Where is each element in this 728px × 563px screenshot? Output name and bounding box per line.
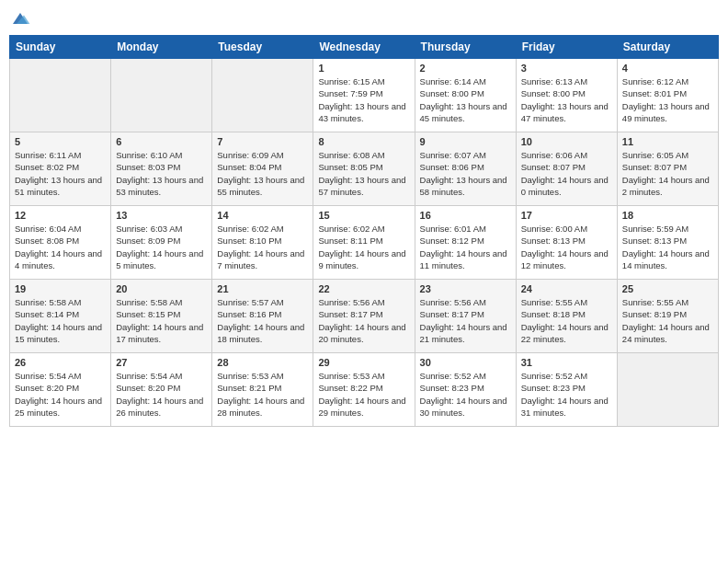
calendar-cell	[10, 59, 111, 132]
day-number: 1	[318, 63, 409, 74]
day-number: 25	[622, 283, 713, 294]
weekday-header-wednesday: Wednesday	[313, 36, 415, 59]
cell-info: Sunrise: 6:09 AM Sunset: 8:04 PM Dayligh…	[217, 149, 308, 198]
day-number: 14	[217, 210, 308, 221]
day-number: 17	[521, 210, 612, 221]
day-number: 24	[521, 283, 612, 294]
calendar-cell: 14Sunrise: 6:02 AM Sunset: 8:10 PM Dayli…	[212, 206, 313, 280]
day-number: 19	[15, 283, 106, 294]
day-number: 21	[217, 283, 308, 294]
calendar-cell: 8Sunrise: 6:08 AM Sunset: 8:05 PM Daylig…	[313, 132, 415, 206]
calendar-cell: 18Sunrise: 5:59 AM Sunset: 8:13 PM Dayli…	[617, 206, 718, 280]
cell-info: Sunrise: 5:58 AM Sunset: 8:14 PM Dayligh…	[15, 296, 106, 345]
calendar-cell: 29Sunrise: 5:53 AM Sunset: 8:22 PM Dayli…	[313, 353, 415, 427]
day-number: 11	[622, 136, 713, 147]
calendar-cell	[617, 353, 718, 427]
day-number: 13	[116, 210, 207, 221]
cell-info: Sunrise: 5:54 AM Sunset: 8:20 PM Dayligh…	[116, 370, 207, 419]
cell-info: Sunrise: 5:52 AM Sunset: 8:23 PM Dayligh…	[420, 370, 511, 419]
day-number: 29	[318, 357, 409, 368]
calendar-cell: 1Sunrise: 6:15 AM Sunset: 7:59 PM Daylig…	[313, 59, 415, 132]
cell-info: Sunrise: 6:07 AM Sunset: 8:06 PM Dayligh…	[420, 149, 511, 198]
calendar-cell: 20Sunrise: 5:58 AM Sunset: 8:15 PM Dayli…	[111, 280, 212, 353]
calendar-cell: 6Sunrise: 6:10 AM Sunset: 8:03 PM Daylig…	[111, 132, 212, 206]
cell-info: Sunrise: 6:12 AM Sunset: 8:01 PM Dayligh…	[622, 75, 713, 124]
cell-info: Sunrise: 6:14 AM Sunset: 8:00 PM Dayligh…	[420, 75, 511, 124]
weekday-header-tuesday: Tuesday	[212, 36, 313, 59]
calendar-cell: 2Sunrise: 6:14 AM Sunset: 8:00 PM Daylig…	[415, 59, 516, 132]
calendar-week-row: 5Sunrise: 6:11 AM Sunset: 8:02 PM Daylig…	[10, 132, 719, 206]
calendar-cell: 15Sunrise: 6:02 AM Sunset: 8:11 PM Dayli…	[313, 206, 415, 280]
cell-info: Sunrise: 5:54 AM Sunset: 8:20 PM Dayligh…	[15, 370, 106, 419]
weekday-header-thursday: Thursday	[415, 36, 516, 59]
day-number: 6	[116, 136, 207, 147]
weekday-header-saturday: Saturday	[617, 36, 718, 59]
cell-info: Sunrise: 6:03 AM Sunset: 8:09 PM Dayligh…	[116, 223, 207, 271]
cell-info: Sunrise: 5:56 AM Sunset: 8:17 PM Dayligh…	[318, 296, 409, 345]
cell-info: Sunrise: 6:02 AM Sunset: 8:10 PM Dayligh…	[217, 223, 308, 271]
calendar-cell: 21Sunrise: 5:57 AM Sunset: 8:16 PM Dayli…	[212, 280, 313, 353]
cell-info: Sunrise: 6:04 AM Sunset: 8:08 PM Dayligh…	[15, 223, 106, 271]
day-number: 16	[420, 210, 511, 221]
cell-info: Sunrise: 6:05 AM Sunset: 8:07 PM Dayligh…	[622, 149, 713, 198]
cell-info: Sunrise: 6:06 AM Sunset: 8:07 PM Dayligh…	[521, 149, 612, 198]
calendar-week-row: 26Sunrise: 5:54 AM Sunset: 8:20 PM Dayli…	[10, 353, 719, 427]
calendar-cell: 12Sunrise: 6:04 AM Sunset: 8:08 PM Dayli…	[10, 206, 111, 280]
calendar-cell: 9Sunrise: 6:07 AM Sunset: 8:06 PM Daylig…	[415, 132, 516, 206]
day-number: 18	[622, 210, 713, 221]
calendar-week-row: 19Sunrise: 5:58 AM Sunset: 8:14 PM Dayli…	[10, 280, 719, 353]
day-number: 30	[420, 357, 511, 368]
day-number: 15	[318, 210, 409, 221]
calendar-cell: 7Sunrise: 6:09 AM Sunset: 8:04 PM Daylig…	[212, 132, 313, 206]
calendar-cell: 27Sunrise: 5:54 AM Sunset: 8:20 PM Dayli…	[111, 353, 212, 427]
day-number: 7	[217, 136, 308, 147]
cell-info: Sunrise: 5:55 AM Sunset: 8:19 PM Dayligh…	[622, 296, 713, 345]
cell-info: Sunrise: 6:01 AM Sunset: 8:12 PM Dayligh…	[420, 223, 511, 271]
calendar-cell: 17Sunrise: 6:00 AM Sunset: 8:13 PM Dayli…	[516, 206, 617, 280]
calendar-cell: 10Sunrise: 6:06 AM Sunset: 8:07 PM Dayli…	[516, 132, 617, 206]
calendar-table: SundayMondayTuesdayWednesdayThursdayFrid…	[9, 35, 719, 427]
calendar-cell: 30Sunrise: 5:52 AM Sunset: 8:23 PM Dayli…	[415, 353, 516, 427]
day-number: 9	[420, 136, 511, 147]
cell-info: Sunrise: 5:52 AM Sunset: 8:23 PM Dayligh…	[521, 370, 612, 419]
calendar-cell: 24Sunrise: 5:55 AM Sunset: 8:18 PM Dayli…	[516, 280, 617, 353]
cell-info: Sunrise: 5:56 AM Sunset: 8:17 PM Dayligh…	[420, 296, 511, 345]
day-number: 4	[622, 63, 713, 74]
day-number: 31	[521, 357, 612, 368]
cell-info: Sunrise: 6:11 AM Sunset: 8:02 PM Dayligh…	[15, 149, 106, 198]
day-number: 5	[15, 136, 106, 147]
weekday-header-sunday: Sunday	[10, 36, 111, 59]
weekday-header-row: SundayMondayTuesdayWednesdayThursdayFrid…	[10, 36, 719, 59]
cell-info: Sunrise: 6:08 AM Sunset: 8:05 PM Dayligh…	[318, 149, 409, 198]
weekday-header-friday: Friday	[516, 36, 617, 59]
day-number: 10	[521, 136, 612, 147]
cell-info: Sunrise: 6:10 AM Sunset: 8:03 PM Dayligh…	[116, 149, 207, 198]
cell-info: Sunrise: 5:53 AM Sunset: 8:21 PM Dayligh…	[217, 370, 308, 419]
calendar-week-row: 1Sunrise: 6:15 AM Sunset: 7:59 PM Daylig…	[10, 59, 719, 132]
day-number: 28	[217, 357, 308, 368]
day-number: 22	[318, 283, 409, 294]
calendar-cell: 5Sunrise: 6:11 AM Sunset: 8:02 PM Daylig…	[10, 132, 111, 206]
day-number: 3	[521, 63, 612, 74]
cell-info: Sunrise: 5:58 AM Sunset: 8:15 PM Dayligh…	[116, 296, 207, 345]
cell-info: Sunrise: 6:00 AM Sunset: 8:13 PM Dayligh…	[521, 223, 612, 271]
calendar-cell: 3Sunrise: 6:13 AM Sunset: 8:00 PM Daylig…	[516, 59, 617, 132]
calendar-cell: 19Sunrise: 5:58 AM Sunset: 8:14 PM Dayli…	[10, 280, 111, 353]
calendar-week-row: 12Sunrise: 6:04 AM Sunset: 8:08 PM Dayli…	[10, 206, 719, 280]
logo	[9, 9, 35, 28]
calendar-cell	[212, 59, 313, 132]
logo-icon	[9, 9, 31, 28]
cell-info: Sunrise: 5:59 AM Sunset: 8:13 PM Dayligh…	[622, 223, 713, 271]
calendar-cell: 23Sunrise: 5:56 AM Sunset: 8:17 PM Dayli…	[415, 280, 516, 353]
day-number: 26	[15, 357, 106, 368]
calendar-cell: 25Sunrise: 5:55 AM Sunset: 8:19 PM Dayli…	[617, 280, 718, 353]
day-number: 27	[116, 357, 207, 368]
calendar-cell: 22Sunrise: 5:56 AM Sunset: 8:17 PM Dayli…	[313, 280, 415, 353]
cell-info: Sunrise: 6:02 AM Sunset: 8:11 PM Dayligh…	[318, 223, 409, 271]
day-number: 12	[15, 210, 106, 221]
header	[9, 9, 719, 28]
cell-info: Sunrise: 5:53 AM Sunset: 8:22 PM Dayligh…	[318, 370, 409, 419]
calendar-cell: 31Sunrise: 5:52 AM Sunset: 8:23 PM Dayli…	[516, 353, 617, 427]
calendar-cell: 13Sunrise: 6:03 AM Sunset: 8:09 PM Dayli…	[111, 206, 212, 280]
cell-info: Sunrise: 5:55 AM Sunset: 8:18 PM Dayligh…	[521, 296, 612, 345]
